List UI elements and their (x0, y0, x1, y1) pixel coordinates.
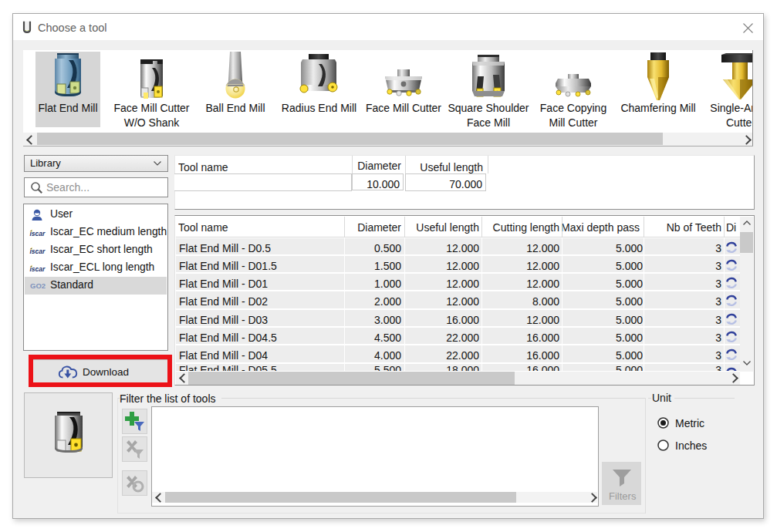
svg-text:iscar: iscar (30, 247, 46, 255)
svg-text:GO2: GO2 (30, 281, 46, 290)
svg-text:iscar: iscar (30, 230, 46, 237)
svg-text:iscar: iscar (30, 265, 46, 273)
